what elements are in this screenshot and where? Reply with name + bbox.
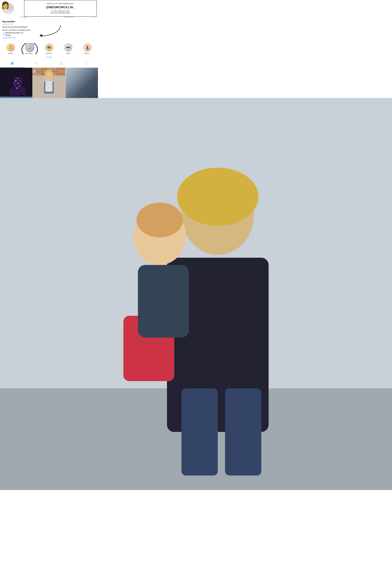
popup-username: @MEGMCMCILLIN_ — [27, 6, 94, 9]
posts-grid — [0, 68, 98, 100]
popup-sub-text: TO SEE VIDEOS OF MEGETTING MICROBLADED! — [27, 10, 94, 14]
svg-rect-50 — [66, 98, 98, 100]
instagram-popup-card: HEAD TO MY INSTAGRAM PAGE @MEGMCMCILLIN_… — [24, 0, 97, 17]
grid-item-mom-baby[interactable] — [66, 68, 98, 100]
popup-head-text: HEAD TO MY INSTAGRAM PAGE — [27, 3, 94, 4]
mom-baby-image — [66, 68, 98, 100]
